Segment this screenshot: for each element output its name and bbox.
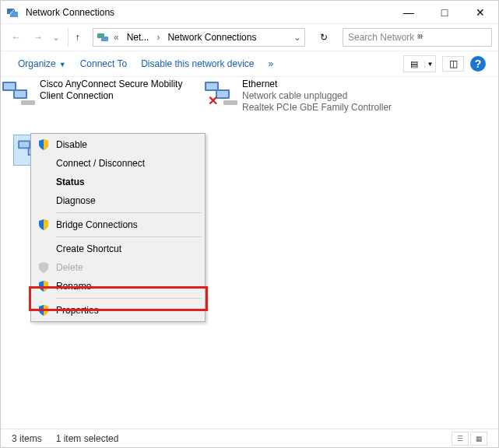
app-icon [1, 6, 24, 19]
svg-rect-4 [101, 37, 108, 41]
search-icon: ⱆ [417, 32, 487, 43]
svg-rect-8 [15, 91, 26, 97]
search-input[interactable]: Search Network Connections ⱆ [343, 28, 492, 47]
ctx-label: Properties [56, 305, 99, 316]
command-bar: Organize▼ Connect To Disable this networ… [1, 51, 498, 77]
chevron-down-icon[interactable]: ▼ [424, 61, 435, 68]
maximize-button[interactable]: □ [427, 1, 462, 24]
ctx-separator [56, 212, 202, 213]
ctx-label: Status [56, 177, 85, 187]
refresh-button[interactable]: ↻ [313, 28, 335, 47]
organize-button[interactable]: Organize▼ [13, 55, 71, 72]
ctx-label: Create Shortcut [56, 243, 121, 254]
svg-rect-6 [4, 83, 15, 89]
titlebar: Network Connections — □ ✕ [1, 1, 498, 24]
organize-label: Organize [18, 58, 56, 69]
svg-rect-11 [206, 83, 217, 89]
search-placeholder: Search Network Connections [348, 32, 417, 43]
up-button[interactable]: ↑ [68, 28, 86, 47]
breadcrumb-seg1[interactable]: Net... [124, 32, 153, 43]
shield-icon [37, 261, 50, 274]
network-adapter-icon: ✕ [203, 79, 237, 107]
preview-pane-button[interactable]: ◫ [442, 56, 464, 72]
ctx-label: Diagnose [56, 195, 96, 206]
ctx-delete: Delete [33, 258, 203, 277]
svg-rect-15 [223, 100, 237, 105]
ctx-diagnose[interactable]: Diagnose [33, 191, 203, 210]
ctx-label: Delete [56, 262, 83, 273]
ctx-label: Connect / Disconnect [56, 158, 145, 169]
help-button[interactable]: ? [470, 56, 486, 72]
disable-device-button[interactable]: Disable this network device [136, 55, 258, 72]
ctx-label: Disable [56, 139, 87, 150]
shield-icon [37, 280, 50, 292]
shield-icon [37, 304, 50, 317]
details-view-button[interactable]: ☰ [452, 432, 469, 446]
connect-to-button[interactable]: Connect To [76, 55, 132, 72]
ctx-create-shortcut[interactable]: Create Shortcut [33, 240, 203, 258]
svg-rect-9 [21, 100, 35, 105]
context-menu: Disable Connect / Disconnect Status Diag… [30, 133, 206, 322]
window-title: Network Connections [24, 7, 391, 18]
history-dropdown[interactable]: ⌄ [51, 28, 61, 47]
connection-name: Cisco AnyConnect Secure Mobility Client … [40, 79, 195, 102]
chevron-down-icon: ▼ [59, 61, 66, 68]
ctx-rename[interactable]: Rename [33, 277, 203, 296]
connection-status: Network cable unplugged [242, 90, 392, 102]
shield-icon [37, 219, 50, 231]
nav-toolbar: ← → ⌄ ↑ « Net... › Network Connections ⌄… [1, 24, 498, 51]
address-bar[interactable]: « Net... › Network Connections ⌄ [93, 28, 305, 47]
forward-button[interactable]: → [29, 28, 47, 47]
breadcrumb-sep-icon: « [112, 32, 121, 43]
ctx-label: Rename [56, 281, 91, 292]
minimize-button[interactable]: — [391, 1, 427, 24]
view-toggle: ☰ ▦ [452, 432, 487, 446]
ctx-separator [56, 298, 202, 299]
svg-rect-13 [217, 91, 228, 97]
breadcrumb-seg2[interactable]: Network Connections [164, 32, 259, 43]
connection-device: Realtek PCIe GbE Family Controller [242, 102, 392, 114]
ctx-disable[interactable]: Disable [33, 135, 203, 154]
network-adapter-icon [1, 79, 35, 107]
close-button[interactable]: ✕ [462, 1, 498, 24]
location-icon [97, 31, 109, 44]
ctx-properties[interactable]: Properties [33, 301, 203, 320]
back-button[interactable]: ← [7, 28, 26, 47]
connection-item[interactable]: ✕ Ethernet Network cable unplugged Realt… [203, 79, 398, 114]
svg-rect-17 [19, 142, 29, 147]
shield-icon [37, 138, 50, 151]
breadcrumb-chevron-icon: › [155, 32, 161, 43]
ctx-status[interactable]: Status [33, 173, 203, 191]
connection-item[interactable]: Cisco AnyConnect Secure Mobility Client … [1, 79, 195, 107]
view-mode-split-button[interactable]: ▤ ▼ [403, 55, 436, 72]
status-selection-count: 1 item selected [56, 433, 119, 444]
ctx-label: Bridge Connections [56, 219, 138, 230]
status-bar: 3 items 1 item selected ☰ ▦ [1, 429, 498, 447]
svg-text:✕: ✕ [208, 94, 218, 107]
overflow-chevron-icon[interactable]: » [264, 58, 279, 69]
ctx-connect-disconnect[interactable]: Connect / Disconnect [33, 154, 203, 173]
connection-name: Ethernet [242, 79, 392, 90]
ctx-separator [56, 236, 202, 237]
status-item-count: 3 items [12, 433, 42, 444]
address-dropdown-icon[interactable]: ⌄ [293, 32, 301, 43]
view-mode-icon: ▤ [404, 59, 424, 69]
tiles-view-button[interactable]: ▦ [470, 432, 487, 446]
ctx-bridge[interactable]: Bridge Connections [33, 215, 203, 234]
